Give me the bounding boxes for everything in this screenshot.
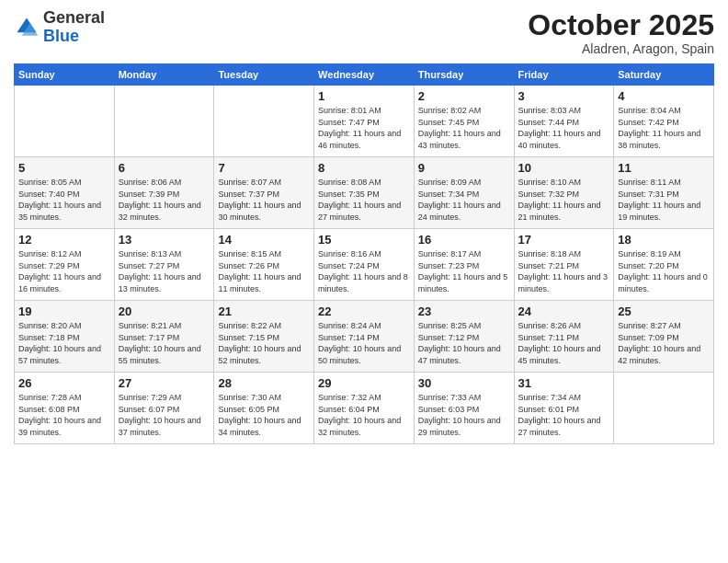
- day-number: 1: [318, 89, 410, 103]
- calendar-cell: 21Sunrise: 8:22 AM Sunset: 7:15 PM Dayli…: [214, 301, 314, 373]
- logo-blue: Blue: [43, 27, 79, 45]
- day-number: 4: [618, 89, 710, 103]
- day-number: 7: [218, 161, 310, 175]
- day-info: Sunrise: 7:33 AM Sunset: 6:03 PM Dayligh…: [418, 392, 510, 438]
- header: General Blue October 2025 Aladren, Arago…: [14, 9, 714, 56]
- day-number: 15: [318, 233, 410, 247]
- calendar-cell: 12Sunrise: 8:12 AM Sunset: 7:29 PM Dayli…: [15, 229, 115, 301]
- day-info: Sunrise: 8:05 AM Sunset: 7:40 PM Dayligh…: [18, 177, 110, 223]
- calendar-cell: 14Sunrise: 8:15 AM Sunset: 7:26 PM Dayli…: [214, 229, 314, 301]
- calendar-cell: 30Sunrise: 7:33 AM Sunset: 6:03 PM Dayli…: [414, 373, 514, 444]
- calendar-cell: 27Sunrise: 7:29 AM Sunset: 6:07 PM Dayli…: [114, 373, 214, 444]
- day-info: Sunrise: 8:19 AM Sunset: 7:20 PM Dayligh…: [618, 248, 710, 294]
- calendar-cell: 29Sunrise: 7:32 AM Sunset: 6:04 PM Dayli…: [314, 373, 415, 444]
- day-number: 5: [18, 161, 110, 175]
- day-number: 6: [119, 161, 210, 175]
- day-number: 12: [18, 233, 110, 247]
- calendar-cell: 10Sunrise: 8:10 AM Sunset: 7:32 PM Dayli…: [514, 157, 614, 229]
- logo-icon: [14, 15, 40, 40]
- day-info: Sunrise: 7:28 AM Sunset: 6:08 PM Dayligh…: [18, 392, 110, 438]
- day-info: Sunrise: 8:15 AM Sunset: 7:26 PM Dayligh…: [218, 248, 310, 294]
- day-number: 21: [218, 304, 310, 318]
- logo: General Blue: [14, 9, 105, 46]
- day-number: 22: [318, 304, 410, 318]
- day-info: Sunrise: 7:30 AM Sunset: 6:05 PM Dayligh…: [218, 392, 310, 438]
- day-number: 2: [418, 89, 510, 103]
- calendar-cell: [614, 373, 714, 444]
- day-info: Sunrise: 8:10 AM Sunset: 7:32 PM Dayligh…: [518, 177, 610, 223]
- calendar-table: Sunday Monday Tuesday Wednesday Thursday…: [14, 63, 714, 444]
- day-info: Sunrise: 8:04 AM Sunset: 7:42 PM Dayligh…: [618, 105, 710, 151]
- col-wednesday: Wednesday: [314, 64, 415, 86]
- day-number: 18: [618, 233, 710, 247]
- calendar-cell: 9Sunrise: 8:09 AM Sunset: 7:34 PM Daylig…: [414, 157, 514, 229]
- calendar-cell: 13Sunrise: 8:13 AM Sunset: 7:27 PM Dayli…: [114, 229, 214, 301]
- day-info: Sunrise: 8:03 AM Sunset: 7:44 PM Dayligh…: [518, 105, 610, 151]
- day-number: 17: [518, 233, 610, 247]
- day-number: 29: [318, 376, 410, 390]
- day-number: 19: [18, 304, 110, 318]
- day-info: Sunrise: 8:06 AM Sunset: 7:39 PM Dayligh…: [119, 177, 210, 223]
- calendar-cell: 24Sunrise: 8:26 AM Sunset: 7:11 PM Dayli…: [514, 301, 614, 373]
- calendar-cell: 2Sunrise: 8:02 AM Sunset: 7:45 PM Daylig…: [414, 86, 514, 157]
- day-info: Sunrise: 8:25 AM Sunset: 7:12 PM Dayligh…: [418, 320, 510, 366]
- day-info: Sunrise: 8:13 AM Sunset: 7:27 PM Dayligh…: [119, 248, 210, 294]
- day-number: 20: [119, 304, 210, 318]
- day-info: Sunrise: 8:18 AM Sunset: 7:21 PM Dayligh…: [518, 248, 610, 294]
- calendar-cell: 5Sunrise: 8:05 AM Sunset: 7:40 PM Daylig…: [15, 157, 115, 229]
- day-info: Sunrise: 7:29 AM Sunset: 6:07 PM Dayligh…: [119, 392, 210, 438]
- col-friday: Friday: [514, 64, 614, 86]
- calendar-cell: 28Sunrise: 7:30 AM Sunset: 6:05 PM Dayli…: [214, 373, 314, 444]
- title-block: October 2025 Aladren, Aragon, Spain: [528, 9, 714, 56]
- col-thursday: Thursday: [414, 64, 514, 86]
- calendar-cell: 22Sunrise: 8:24 AM Sunset: 7:14 PM Dayli…: [314, 301, 415, 373]
- month-title: October 2025: [528, 9, 714, 41]
- day-info: Sunrise: 8:12 AM Sunset: 7:29 PM Dayligh…: [18, 248, 110, 294]
- day-number: 26: [18, 376, 110, 390]
- day-number: 25: [618, 304, 710, 318]
- calendar-cell: [214, 86, 314, 157]
- day-info: Sunrise: 8:09 AM Sunset: 7:34 PM Dayligh…: [418, 177, 510, 223]
- calendar-cell: 11Sunrise: 8:11 AM Sunset: 7:31 PM Dayli…: [614, 157, 714, 229]
- day-number: 16: [418, 233, 510, 247]
- calendar-cell: 23Sunrise: 8:25 AM Sunset: 7:12 PM Dayli…: [414, 301, 514, 373]
- day-info: Sunrise: 8:16 AM Sunset: 7:24 PM Dayligh…: [318, 248, 410, 294]
- day-number: 28: [218, 376, 310, 390]
- day-info: Sunrise: 8:24 AM Sunset: 7:14 PM Dayligh…: [318, 320, 410, 366]
- day-number: 27: [119, 376, 210, 390]
- col-tuesday: Tuesday: [214, 64, 314, 86]
- calendar-week-2: 5Sunrise: 8:05 AM Sunset: 7:40 PM Daylig…: [15, 157, 714, 229]
- calendar-cell: 17Sunrise: 8:18 AM Sunset: 7:21 PM Dayli…: [514, 229, 614, 301]
- calendar-cell: 18Sunrise: 8:19 AM Sunset: 7:20 PM Dayli…: [614, 229, 714, 301]
- calendar-cell: 8Sunrise: 8:08 AM Sunset: 7:35 PM Daylig…: [314, 157, 415, 229]
- day-number: 14: [218, 233, 310, 247]
- day-info: Sunrise: 7:32 AM Sunset: 6:04 PM Dayligh…: [318, 392, 410, 438]
- day-number: 24: [518, 304, 610, 318]
- day-info: Sunrise: 8:02 AM Sunset: 7:45 PM Dayligh…: [418, 105, 510, 151]
- calendar-cell: 16Sunrise: 8:17 AM Sunset: 7:23 PM Dayli…: [414, 229, 514, 301]
- day-info: Sunrise: 8:20 AM Sunset: 7:18 PM Dayligh…: [18, 320, 110, 366]
- day-number: 31: [518, 376, 610, 390]
- page: General Blue October 2025 Aladren, Arago…: [0, 0, 728, 563]
- calendar-cell: 15Sunrise: 8:16 AM Sunset: 7:24 PM Dayli…: [314, 229, 415, 301]
- calendar-cell: 4Sunrise: 8:04 AM Sunset: 7:42 PM Daylig…: [614, 86, 714, 157]
- calendar-cell: 7Sunrise: 8:07 AM Sunset: 7:37 PM Daylig…: [214, 157, 314, 229]
- header-row: Sunday Monday Tuesday Wednesday Thursday…: [15, 64, 714, 86]
- calendar-cell: 20Sunrise: 8:21 AM Sunset: 7:17 PM Dayli…: [114, 301, 214, 373]
- col-sunday: Sunday: [15, 64, 115, 86]
- day-info: Sunrise: 8:21 AM Sunset: 7:17 PM Dayligh…: [119, 320, 210, 366]
- calendar-cell: 25Sunrise: 8:27 AM Sunset: 7:09 PM Dayli…: [614, 301, 714, 373]
- subtitle: Aladren, Aragon, Spain: [528, 41, 714, 56]
- logo-text: General Blue: [43, 9, 105, 46]
- calendar-cell: 31Sunrise: 7:34 AM Sunset: 6:01 PM Dayli…: [514, 373, 614, 444]
- day-number: 3: [518, 89, 610, 103]
- day-info: Sunrise: 8:26 AM Sunset: 7:11 PM Dayligh…: [518, 320, 610, 366]
- day-info: Sunrise: 8:22 AM Sunset: 7:15 PM Dayligh…: [218, 320, 310, 366]
- day-info: Sunrise: 7:34 AM Sunset: 6:01 PM Dayligh…: [518, 392, 610, 438]
- day-info: Sunrise: 8:08 AM Sunset: 7:35 PM Dayligh…: [318, 177, 410, 223]
- calendar-week-5: 26Sunrise: 7:28 AM Sunset: 6:08 PM Dayli…: [15, 373, 714, 444]
- day-info: Sunrise: 8:01 AM Sunset: 7:47 PM Dayligh…: [318, 105, 410, 151]
- calendar-cell: 3Sunrise: 8:03 AM Sunset: 7:44 PM Daylig…: [514, 86, 614, 157]
- logo-general: General: [43, 8, 105, 27]
- day-number: 30: [418, 376, 510, 390]
